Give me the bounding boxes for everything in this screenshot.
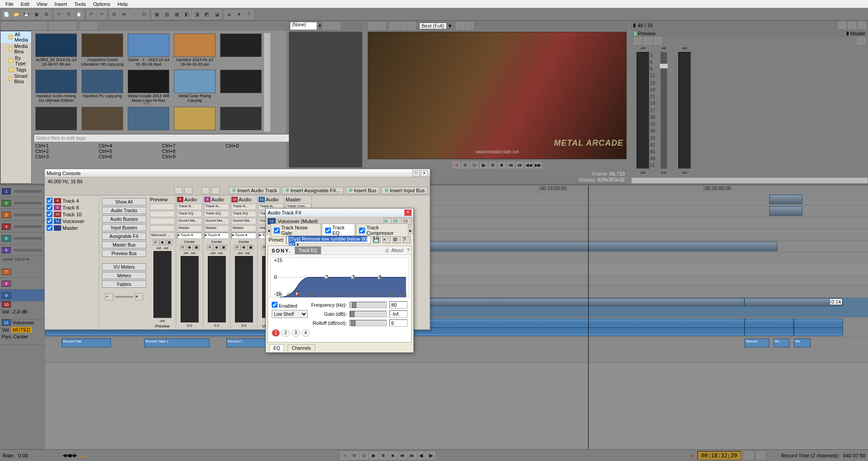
tool8-icon[interactable]: ▲ xyxy=(225,10,234,19)
rolloff-slider[interactable] xyxy=(350,320,387,326)
quantize-icon[interactable]: ⊡ xyxy=(139,10,149,19)
track-header-9[interactable]: 9 xyxy=(0,290,45,301)
preset-help-icon[interactable]: ? xyxy=(403,236,411,243)
help-icon[interactable]: ? xyxy=(245,10,254,19)
gain-value[interactable]: -Inf. xyxy=(389,310,408,318)
faders-button[interactable]: Faders xyxy=(102,280,146,288)
media-thumbnail[interactable]: ac3lhd_32 2014-01-14 18-49-57-80.avi xyxy=(34,33,78,67)
tool5-icon[interactable]: ◨ xyxy=(192,10,201,19)
eq-graph[interactable]: +15 0 -15 1 2 3 4 2040801603206401.2k2.6… xyxy=(270,257,409,298)
shuttle-icon[interactable]: ◀◀▶▶ xyxy=(62,452,77,458)
save-icon[interactable]: 💾 xyxy=(22,10,31,19)
tp-goend-icon[interactable]: ⏭ xyxy=(408,452,416,459)
route-select[interactable]: Master xyxy=(204,225,229,232)
mix-track-checkbox[interactable]: 4Track 4 xyxy=(47,197,97,204)
audio-clip[interactable]: Record Take 1 xyxy=(144,338,210,347)
audio-clip[interactable]: Record T xyxy=(226,338,268,347)
tool9-icon[interactable]: ▼ xyxy=(235,10,244,19)
track-header-5[interactable]: 5 xyxy=(0,233,45,244)
tp-play-icon[interactable]: ▶ xyxy=(369,452,378,459)
strip-button[interactable]: ◉ xyxy=(159,240,166,245)
fx-enable-checkbox[interactable] xyxy=(359,228,365,233)
media-thumbnail[interactable]: Injustice Gods Among Us Ultimate Edition… xyxy=(34,70,78,104)
track-header-1[interactable]: 1 xyxy=(0,185,45,197)
track-header-11[interactable]: 11Voiceover Vol: MUTED Pan: Center xyxy=(0,319,45,345)
strip-button[interactable]: ▣ xyxy=(166,240,173,245)
fx-slot[interactable]: Sound Ma... xyxy=(177,218,202,224)
media-thumbnail[interactable]: Metal Gear Rising Cat.png xyxy=(173,70,216,104)
pv-stop-icon[interactable]: ■ xyxy=(498,162,505,168)
trimmer-preset-select[interactable]: (None) xyxy=(290,22,317,30)
fx-slot[interactable]: Track EQ xyxy=(231,211,256,217)
input-busses-button[interactable]: Input Busses xyxy=(102,224,146,231)
snap-icon[interactable]: ⊞ xyxy=(110,10,119,19)
pm-view-icon[interactable] xyxy=(80,22,88,29)
cut-icon[interactable]: ✂ xyxy=(54,10,63,19)
tree-media-bins[interactable]: Media Bins xyxy=(0,43,31,55)
fx-title-bar[interactable]: Audio Track FX × xyxy=(266,209,413,217)
track-header-8[interactable]: 8 xyxy=(0,278,45,290)
mix-track-checkbox[interactable]: Master xyxy=(47,224,97,231)
pv-play-icon[interactable]: ▶ xyxy=(480,162,487,168)
video-clip[interactable] xyxy=(769,206,802,216)
pm-fwd-icon[interactable] xyxy=(11,22,19,29)
audio-clip[interactable] xyxy=(744,318,794,336)
strip-button[interactable]: ▣ xyxy=(193,245,200,250)
fx-slot[interactable]: Track EQ xyxy=(177,211,202,217)
enabled-checkbox[interactable]: Enabled xyxy=(272,302,308,309)
fx-slot[interactable]: Sound Ma... xyxy=(204,218,229,224)
fx-tab-eq-view[interactable]: EQ xyxy=(269,344,284,352)
insert-audio-track-button[interactable]: ⊕ Insert Audio Track xyxy=(229,187,280,194)
pm-back-icon[interactable] xyxy=(2,22,10,29)
video-clip[interactable] xyxy=(769,195,802,204)
freq-value[interactable]: 80 xyxy=(389,301,408,309)
audio-clip[interactable] xyxy=(794,318,843,336)
preview-safe-icon[interactable] xyxy=(398,22,407,29)
master-fader[interactable] xyxy=(661,52,667,169)
paste-icon[interactable]: 📋 xyxy=(74,10,83,19)
strip-button[interactable]: ⊘ xyxy=(234,245,240,250)
tp-record-icon[interactable]: ● xyxy=(341,452,349,459)
redo-icon[interactable]: ↷ xyxy=(97,10,106,19)
band-2-button[interactable]: 2 xyxy=(282,329,290,337)
tp-stop-icon[interactable]: ■ xyxy=(388,452,397,459)
master-dim-icon[interactable] xyxy=(838,22,846,29)
show-all-button[interactable]: Show All xyxy=(102,198,146,205)
checkbox[interactable] xyxy=(47,198,53,204)
tl-track-11[interactable]: Record Tak Record Take 1 Record T Record… xyxy=(45,337,868,363)
track-slider[interactable] xyxy=(14,202,42,204)
media-thumbnail[interactable]: Metal Arcade 2013 Will Moss Logo Hi-Res … xyxy=(127,70,170,104)
pm-stop-icon[interactable] xyxy=(59,22,67,29)
preset-select[interactable]: [Sys] Remove low rumble below 80 Hz ▾ xyxy=(286,236,371,244)
video-clip[interactable]: 0:14 xyxy=(744,298,843,306)
tool4-icon[interactable]: ◧ xyxy=(182,10,191,19)
trimmer-close-icon[interactable] xyxy=(332,22,340,29)
master-bus-button[interactable]: Master Bus xyxy=(102,241,146,248)
fx-slot[interactable]: Track N... xyxy=(204,204,229,210)
preset-opts-icon[interactable]: ⚙ xyxy=(393,236,401,243)
mix-maximize-icon[interactable]: □ xyxy=(412,170,420,176)
fx-slot[interactable] xyxy=(150,211,175,217)
mix-track-checkbox[interactable]: 8Track 8 xyxy=(47,204,97,211)
media-thumbnail[interactable] xyxy=(219,107,263,131)
filter-type-select[interactable]: Low Shelf xyxy=(272,310,308,318)
strip-button[interactable]: ◉ xyxy=(241,245,247,250)
automation-mode-select[interactable]: ● Touch ▾ xyxy=(231,233,256,239)
fx-close-icon[interactable]: × xyxy=(404,209,412,216)
preview-split-icon[interactable] xyxy=(378,22,386,29)
gain-slider[interactable] xyxy=(350,311,387,317)
tool3-icon[interactable]: ▩ xyxy=(172,10,181,19)
fx-slot[interactable] xyxy=(150,218,175,224)
mix-close-icon[interactable]: × xyxy=(421,170,428,176)
band-1-button[interactable]: 1 xyxy=(272,329,280,337)
checkbox[interactable] xyxy=(47,218,53,224)
track-header-4[interactable]: 4 xyxy=(0,221,45,233)
fx-slot[interactable]: Track N... xyxy=(177,204,202,210)
media-thumbnail[interactable]: Assassins Creed Liberation HD copy.png xyxy=(81,33,124,67)
band-3-button[interactable]: 3 xyxy=(292,329,300,337)
pm-auto-icon[interactable] xyxy=(68,22,76,29)
menu-file[interactable]: File xyxy=(2,0,17,8)
master-close-icon[interactable] xyxy=(858,22,866,29)
menu-view[interactable]: View xyxy=(33,0,51,8)
preview-bus-button[interactable]: Preview Bus xyxy=(102,250,146,257)
